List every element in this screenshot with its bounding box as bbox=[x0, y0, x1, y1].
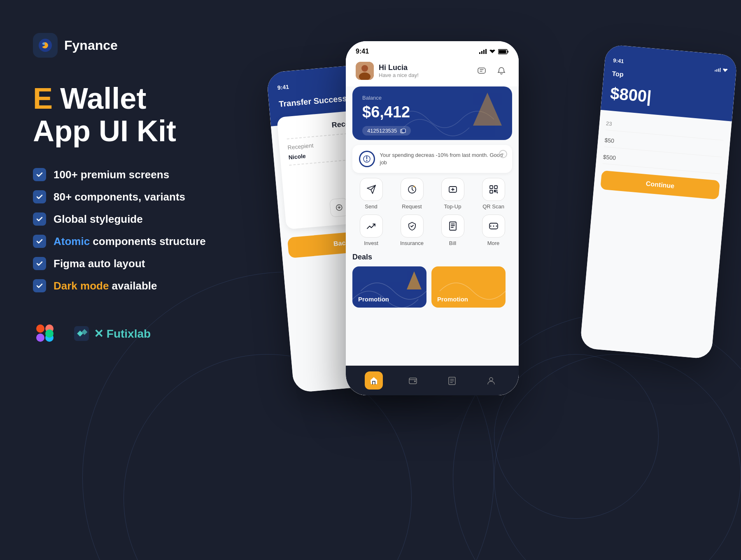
footer-logos: ✕ Futixlab bbox=[33, 321, 263, 346]
right-phone-body: 23 $50 $500 Continue bbox=[580, 110, 732, 359]
svg-rect-47 bbox=[716, 69, 718, 72]
brand-header: Fynance bbox=[33, 33, 263, 58]
svg-point-37 bbox=[490, 226, 491, 227]
svg-rect-17 bbox=[483, 50, 485, 54]
insurance-label: Insurance bbox=[400, 240, 424, 246]
svg-rect-34 bbox=[494, 186, 497, 189]
svg-rect-36 bbox=[450, 222, 456, 230]
greeting: Hi Lucia Have a nice day! bbox=[379, 63, 419, 78]
more-icon bbox=[482, 215, 505, 238]
feature-text-4: Atomic components structure bbox=[54, 235, 206, 248]
svg-rect-43 bbox=[414, 380, 416, 382]
brand-name: Fynance bbox=[64, 38, 118, 53]
left-panel: Fynance E Wallet App UI Kit 100+ premium… bbox=[33, 33, 263, 346]
alert-icon bbox=[359, 151, 375, 167]
invest-label: Invest bbox=[364, 240, 378, 246]
title-line2: App UI Kit bbox=[33, 115, 263, 147]
request-label: Request bbox=[402, 203, 422, 210]
request-btn[interactable]: Request bbox=[393, 178, 431, 210]
right-top-title: Top bbox=[612, 70, 727, 87]
deals-section: Deals Promotion Promotion bbox=[346, 253, 519, 366]
balance-card: Balance $6,412 4125123535 bbox=[352, 86, 512, 140]
phone-header: Hi Lucia Have a nice day! bbox=[346, 58, 519, 86]
deal-card-1[interactable]: Promotion bbox=[352, 266, 426, 308]
balance-card-decoration bbox=[471, 91, 504, 129]
check-icon-6 bbox=[33, 279, 46, 292]
bill-label: Bill bbox=[449, 240, 456, 246]
feature-item-4: Atomic components structure bbox=[33, 235, 263, 248]
feature-text-3: Global styleguide bbox=[54, 213, 143, 226]
nav-profile[interactable] bbox=[482, 371, 500, 390]
bottom-nav bbox=[346, 366, 519, 395]
bill-icon bbox=[441, 215, 464, 238]
bill-btn[interactable]: Bill bbox=[434, 215, 471, 246]
spending-alert: ✕ Your spending decreas -10% from last m… bbox=[352, 145, 512, 173]
alert-text: Your spending decreas -10% from last mon… bbox=[380, 152, 506, 166]
fee-label bbox=[290, 180, 291, 186]
deal1-label: Promotion bbox=[358, 296, 389, 303]
topup-icon bbox=[441, 178, 464, 201]
status-bar: 9:41 bbox=[346, 41, 519, 58]
phone-right: 9:41 Top $800| 23 $50 $500 Continue bbox=[580, 44, 737, 359]
svg-marker-26 bbox=[473, 93, 502, 126]
svg-rect-3 bbox=[36, 334, 44, 342]
qrscan-btn[interactable]: QR Scan bbox=[475, 178, 512, 210]
user-avatar bbox=[356, 62, 374, 80]
header-actions bbox=[474, 63, 509, 78]
feature-item-3: Global styleguide bbox=[33, 212, 263, 226]
check-icon-1 bbox=[33, 168, 46, 181]
svg-rect-21 bbox=[508, 51, 508, 53]
status-icons bbox=[479, 49, 509, 54]
svg-rect-20 bbox=[499, 50, 506, 53]
nav-history[interactable] bbox=[443, 371, 461, 390]
deals-title: Deals bbox=[352, 253, 512, 261]
date-label bbox=[291, 189, 292, 196]
insurance-btn[interactable]: Insurance bbox=[393, 215, 431, 246]
deals-cards: Promotion Promotion bbox=[352, 266, 512, 308]
svg-point-39 bbox=[496, 226, 497, 227]
check-icon-2 bbox=[33, 190, 46, 203]
title-e: E bbox=[33, 82, 53, 115]
nav-wallet[interactable] bbox=[404, 371, 422, 390]
svg-rect-18 bbox=[485, 49, 487, 54]
greeting-sub: Have a nice day! bbox=[379, 72, 419, 78]
svg-rect-49 bbox=[720, 68, 721, 72]
check-icon-4 bbox=[33, 235, 46, 248]
svg-point-38 bbox=[493, 226, 494, 227]
invest-btn[interactable]: Invest bbox=[352, 215, 390, 246]
recipient-label: Recepient bbox=[287, 142, 314, 151]
feature-text-5: Figma auto layout bbox=[54, 257, 145, 270]
greeting-name: Hi Lucia bbox=[379, 63, 419, 72]
svg-rect-15 bbox=[479, 52, 480, 54]
nav-home[interactable] bbox=[365, 371, 383, 390]
svg-rect-35 bbox=[490, 190, 493, 193]
svg-rect-46 bbox=[715, 70, 715, 71]
continue-button[interactable]: Continue bbox=[600, 170, 720, 200]
svg-point-6 bbox=[45, 329, 54, 338]
more-btn[interactable]: More bbox=[475, 215, 512, 246]
qrscan-label: QR Scan bbox=[482, 203, 504, 210]
send-btn[interactable]: Send bbox=[352, 178, 390, 210]
qrscan-icon bbox=[482, 178, 505, 201]
deal2-label: Promotion bbox=[437, 296, 468, 303]
amount-label bbox=[289, 170, 290, 176]
title-block: E Wallet App UI Kit bbox=[33, 82, 263, 147]
right-phone-top: 9:41 Top $800| bbox=[601, 44, 738, 121]
feature-text-1: 100+ premium screens bbox=[54, 168, 169, 181]
send-icon bbox=[360, 178, 383, 201]
feature-text-2: 80+ components, variants bbox=[54, 191, 185, 203]
message-icon-btn[interactable] bbox=[474, 63, 489, 78]
title-app-ui-kit: App UI Kit bbox=[33, 115, 176, 147]
svg-rect-16 bbox=[481, 51, 482, 54]
bell-icon-btn[interactable] bbox=[494, 63, 509, 78]
close-alert-btn[interactable]: ✕ bbox=[499, 150, 507, 158]
recipient-name: Nicole bbox=[288, 153, 306, 161]
status-time: 9:41 bbox=[356, 48, 369, 55]
svg-marker-41 bbox=[407, 271, 422, 289]
deal-card-2[interactable]: Promotion bbox=[431, 266, 506, 308]
feature-item-5: Figma auto layout bbox=[33, 257, 263, 270]
topup-btn[interactable]: Top-Up bbox=[434, 178, 471, 210]
svg-rect-48 bbox=[718, 68, 719, 72]
svg-point-45 bbox=[489, 378, 493, 381]
user-info: Hi Lucia Have a nice day! bbox=[356, 62, 419, 80]
